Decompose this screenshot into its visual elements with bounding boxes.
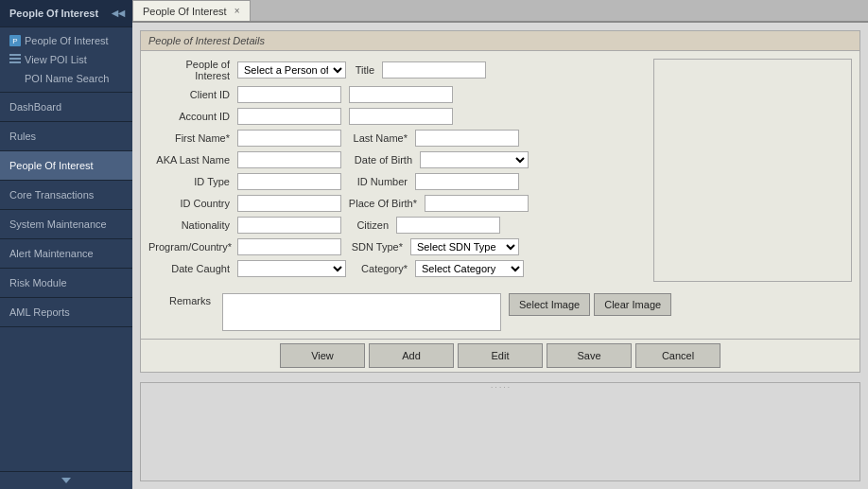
sdn-type-label: SDN Type* (345, 241, 407, 253)
panel-header: People of Interest Details (141, 31, 859, 51)
program-country-label: Program/Country* (148, 241, 234, 253)
select-image-button[interactable]: Select Image (509, 293, 590, 316)
pob-input[interactable] (425, 195, 529, 212)
nav-item-system-maintenance[interactable]: System Maintenance (0, 210, 132, 239)
citizen-label: Citizen (345, 219, 392, 231)
row-nationality-citizen: Nationality Citizen (148, 217, 646, 234)
date-caught-label: Date Caught (148, 263, 234, 274)
client-id-input1[interactable] (237, 86, 341, 103)
nav-item-alert-maintenance[interactable]: Alert Maintenance (0, 239, 132, 269)
sdn-type-select[interactable]: Select SDN Type (410, 238, 519, 255)
sidebar-bottom (0, 471, 132, 489)
edit-button[interactable]: Edit (458, 343, 543, 368)
remarks-textarea[interactable] (222, 293, 501, 331)
dob-select[interactable] (420, 151, 529, 168)
image-area (653, 59, 852, 282)
remarks-row: Remarks Select Image Clear Image (141, 289, 859, 339)
form-area: People of Interest Select a Person of In… (141, 51, 859, 289)
add-button[interactable]: Add (369, 343, 454, 368)
nav-item-dashboard[interactable]: DashBoard (0, 93, 132, 122)
pob-label: Place Of Birth* (345, 198, 421, 209)
client-id-label: Client ID (148, 89, 234, 100)
poi-details-panel: People of Interest Details People of Int… (140, 30, 860, 373)
save-button[interactable]: Save (547, 343, 632, 368)
row-date-category: Date Caught Category* Select Category (148, 260, 646, 277)
svg-rect-0 (9, 54, 21, 56)
tab-people-of-interest[interactable]: People Of Interest × (132, 0, 251, 21)
sidebar-item-poi-search[interactable]: POI Name Search (0, 69, 132, 88)
id-type-label: ID Type (148, 176, 234, 187)
nav-item-aml-reports[interactable]: AML Reports (0, 298, 132, 327)
row-id-country-pob: ID Country Place Of Birth* (148, 195, 646, 212)
row-poi: People of Interest Select a Person of In… (148, 59, 646, 81)
tab-bar: People Of Interest × (132, 0, 868, 23)
bottom-panel: · · · · · (140, 382, 860, 481)
sidebar-header: People Of Interest ◀◀ (0, 0, 132, 27)
content-area: People of Interest Details People of Int… (132, 23, 868, 489)
id-country-input[interactable] (237, 195, 341, 212)
nav-item-risk-module[interactable]: Risk Module (0, 269, 132, 298)
last-name-label: Last Name* (345, 132, 411, 144)
tab-label: People Of Interest (143, 6, 227, 17)
view-poi-icon (9, 54, 21, 65)
sidebar-item-view-poi[interactable]: View POI List (0, 50, 132, 69)
resize-handle[interactable]: · · · · · (141, 383, 859, 391)
sidebar: People Of Interest ◀◀ P People Of Intere… (0, 0, 132, 489)
date-caught-select[interactable] (237, 260, 346, 277)
category-label: Category* (350, 263, 411, 274)
svg-rect-1 (9, 58, 21, 60)
sidebar-item-poi-search-label: POI Name Search (25, 73, 109, 84)
svg-rect-2 (9, 61, 21, 63)
row-client-id: Client ID (148, 86, 646, 103)
id-country-label: ID Country (148, 198, 234, 209)
nationality-input[interactable] (237, 217, 341, 234)
client-id-input2[interactable] (349, 86, 453, 103)
row-id: ID Type ID Number (148, 173, 646, 190)
nav-item-people-of-interest[interactable]: People Of Interest (0, 151, 132, 181)
sidebar-title: People Of Interest (9, 8, 98, 19)
title-label: Title (350, 64, 378, 76)
last-name-input[interactable] (415, 130, 519, 147)
sidebar-item-view-poi-label: View POI List (25, 54, 87, 65)
main-area: People Of Interest × People of Interest … (132, 0, 868, 489)
category-select[interactable]: Select Category (415, 260, 524, 277)
form-left: People of Interest Select a Person of In… (148, 59, 646, 282)
cancel-button[interactable]: Cancel (635, 343, 720, 368)
aka-last-name-label: AKA Last Name (148, 154, 234, 166)
row-names: First Name* Last Name* (148, 130, 646, 147)
action-bar: View Add Edit Save Cancel (141, 339, 859, 372)
first-name-label: First Name* (148, 132, 234, 144)
account-id-label: Account ID (148, 111, 234, 122)
tab-close-button[interactable]: × (234, 6, 240, 16)
row-program-sdn: Program/Country* SDN Type* Select SDN Ty… (148, 238, 646, 255)
id-number-input[interactable] (415, 173, 519, 190)
title-input[interactable] (382, 61, 486, 79)
account-id-input2[interactable] (349, 108, 453, 125)
sidebar-item-poi-label: People Of Interest (25, 35, 109, 46)
id-number-label: ID Number (345, 176, 411, 187)
clear-image-button[interactable]: Clear Image (594, 293, 671, 316)
image-buttons: Select Image Clear Image (509, 293, 671, 316)
row-account-id: Account ID (148, 108, 646, 125)
scroll-down-icon (61, 478, 71, 483)
account-id-input1[interactable] (237, 108, 341, 125)
nav-item-core-transactions[interactable]: Core Transactions (0, 181, 132, 210)
poi-select[interactable]: Select a Person of Interest (237, 61, 346, 79)
nationality-label: Nationality (148, 219, 234, 231)
citizen-input[interactable] (396, 217, 500, 234)
program-country-input[interactable] (237, 238, 341, 255)
dob-label: Date of Birth (345, 154, 416, 166)
poi-label: People of Interest (148, 59, 234, 81)
nav-items: DashBoard Rules People Of Interest Core … (0, 93, 132, 471)
nav-item-rules[interactable]: Rules (0, 122, 132, 151)
sidebar-item-poi[interactable]: P People Of Interest (0, 31, 132, 50)
view-button[interactable]: View (280, 343, 365, 368)
first-name-input[interactable] (237, 130, 341, 147)
sidebar-collapse-icon[interactable]: ◀◀ (112, 9, 125, 18)
row-aka-dob: AKA Last Name Date of Birth (148, 151, 646, 168)
remarks-label: Remarks (148, 293, 215, 306)
poi-icon: P (9, 35, 21, 46)
sidebar-sub-menu: P People Of Interest View POI List POI N… (0, 27, 132, 93)
id-type-input[interactable] (237, 173, 341, 190)
aka-last-name-input[interactable] (237, 151, 341, 168)
